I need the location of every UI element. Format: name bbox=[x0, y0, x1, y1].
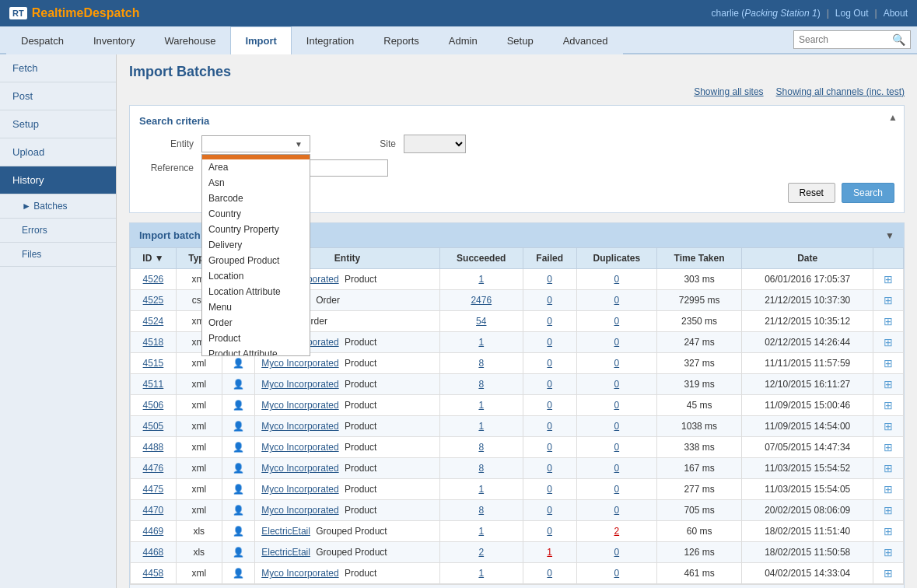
sidebar-errors[interactable]: Errors bbox=[0, 219, 116, 243]
id-link[interactable]: 4470 bbox=[143, 505, 164, 516]
entity-option-menu[interactable]: Menu bbox=[202, 299, 310, 315]
failed-link[interactable]: 1 bbox=[547, 547, 552, 558]
failed-link[interactable]: 0 bbox=[547, 463, 552, 474]
row-expand-icon[interactable]: ⊞ bbox=[884, 567, 893, 579]
duplicates-link[interactable]: 0 bbox=[614, 358, 619, 369]
failed-link[interactable]: 0 bbox=[547, 526, 552, 537]
succeeded-link[interactable]: 1 bbox=[478, 400, 484, 411]
entity-option-location-attribute[interactable]: Location Attribute bbox=[202, 284, 310, 299]
entity-option-barcode[interactable]: Barcode bbox=[202, 191, 310, 206]
id-link[interactable]: 4476 bbox=[143, 463, 164, 474]
criteria-collapse-icon[interactable]: ▲ bbox=[888, 112, 898, 123]
failed-link[interactable]: 0 bbox=[547, 316, 552, 327]
sidebar-history[interactable]: History bbox=[0, 166, 116, 194]
company-link[interactable]: ElectricEtail bbox=[261, 526, 310, 537]
duplicates-link[interactable]: 0 bbox=[614, 316, 619, 327]
company-link[interactable]: Myco Incorporated bbox=[261, 379, 338, 390]
entity-option-location[interactable]: Location bbox=[202, 268, 310, 284]
nav-despatch[interactable]: Despatch bbox=[6, 26, 79, 54]
search-button[interactable]: Search bbox=[842, 183, 894, 203]
site-select[interactable] bbox=[404, 135, 466, 153]
company-link[interactable]: Myco Incorporated bbox=[261, 421, 338, 432]
failed-link[interactable]: 0 bbox=[547, 379, 552, 390]
failed-link[interactable]: 0 bbox=[547, 400, 552, 411]
duplicates-link[interactable]: 0 bbox=[614, 337, 619, 348]
showing-all-channels-link[interactable]: Showing all channels (inc. test) bbox=[776, 86, 905, 97]
failed-link[interactable]: 0 bbox=[547, 505, 552, 516]
company-link[interactable]: Myco Incorporated bbox=[261, 463, 338, 474]
entity-option-area[interactable]: Area bbox=[202, 159, 310, 175]
company-link[interactable]: Myco Incorporated bbox=[261, 568, 338, 579]
entity-option-order[interactable]: Order bbox=[202, 315, 310, 331]
entity-option-asn[interactable]: Asn bbox=[202, 175, 310, 191]
sidebar-post[interactable]: Post bbox=[0, 82, 116, 110]
id-link[interactable]: 4468 bbox=[143, 547, 164, 558]
user-link[interactable]: charlie (Packing Station 1) bbox=[712, 8, 821, 19]
entity-option-product[interactable]: Product bbox=[202, 331, 310, 346]
entity-dropdown-arrow[interactable]: ▼ bbox=[292, 138, 306, 150]
col-succeeded[interactable]: Succeeded bbox=[439, 248, 523, 269]
col-time-taken[interactable]: Time Taken bbox=[657, 248, 742, 269]
entity-input[interactable] bbox=[202, 136, 292, 152]
id-link[interactable]: 4526 bbox=[143, 274, 164, 285]
entity-option-product-attribute[interactable]: Product Attribute bbox=[202, 346, 310, 356]
company-link[interactable]: Myco Incorporated bbox=[261, 358, 338, 369]
nav-advanced[interactable]: Advanced bbox=[548, 26, 623, 54]
id-link[interactable]: 4505 bbox=[143, 421, 164, 432]
failed-link[interactable]: 0 bbox=[547, 421, 552, 432]
succeeded-link[interactable]: 1 bbox=[478, 421, 484, 432]
failed-link[interactable]: 0 bbox=[547, 568, 552, 579]
duplicates-link[interactable]: 0 bbox=[614, 568, 619, 579]
id-link[interactable]: 4524 bbox=[143, 316, 164, 327]
nav-reports[interactable]: Reports bbox=[369, 26, 434, 54]
succeeded-link[interactable]: 8 bbox=[478, 463, 484, 474]
duplicates-link[interactable]: 0 bbox=[614, 463, 619, 474]
succeeded-link[interactable]: 1 bbox=[478, 274, 484, 285]
duplicates-link[interactable]: 0 bbox=[614, 379, 619, 390]
company-link[interactable]: Myco Incorporated bbox=[261, 505, 338, 516]
row-expand-icon[interactable]: ⊞ bbox=[884, 294, 893, 306]
succeeded-link[interactable]: 8 bbox=[478, 358, 484, 369]
duplicates-link[interactable]: 0 bbox=[614, 505, 619, 516]
row-expand-icon[interactable]: ⊞ bbox=[884, 525, 893, 537]
results-collapse-icon[interactable]: ▼ bbox=[885, 230, 894, 241]
row-expand-icon[interactable]: ⊞ bbox=[884, 315, 893, 327]
id-link[interactable]: 4488 bbox=[143, 442, 164, 453]
nav-setup[interactable]: Setup bbox=[492, 26, 548, 54]
succeeded-link[interactable]: 2476 bbox=[471, 295, 492, 306]
failed-link[interactable]: 0 bbox=[547, 274, 552, 285]
failed-link[interactable]: 0 bbox=[547, 337, 552, 348]
id-link[interactable]: 4518 bbox=[143, 337, 164, 348]
row-expand-icon[interactable]: ⊞ bbox=[884, 504, 893, 516]
reset-button[interactable]: Reset bbox=[788, 183, 835, 203]
col-date[interactable]: Date bbox=[742, 248, 873, 269]
failed-link[interactable]: 0 bbox=[547, 442, 552, 453]
id-link[interactable]: 4515 bbox=[143, 358, 164, 369]
company-link[interactable]: Myco Incorporated bbox=[261, 484, 338, 495]
duplicates-link[interactable]: 0 bbox=[614, 442, 619, 453]
row-expand-icon[interactable]: ⊞ bbox=[884, 483, 893, 495]
nav-search-input[interactable] bbox=[799, 34, 892, 45]
succeeded-link[interactable]: 8 bbox=[478, 442, 484, 453]
failed-link[interactable]: 0 bbox=[547, 358, 552, 369]
id-link[interactable]: 4525 bbox=[143, 295, 164, 306]
duplicates-link[interactable]: 0 bbox=[614, 400, 619, 411]
failed-link[interactable]: 0 bbox=[547, 295, 552, 306]
row-expand-icon[interactable]: ⊞ bbox=[884, 378, 893, 390]
entity-option-grouped-product[interactable]: Grouped Product bbox=[202, 253, 310, 268]
id-link[interactable]: 4511 bbox=[143, 379, 164, 390]
row-expand-icon[interactable]: ⊞ bbox=[884, 399, 893, 411]
duplicates-link[interactable]: 0 bbox=[614, 421, 619, 432]
duplicates-link[interactable]: 0 bbox=[614, 484, 619, 495]
succeeded-link[interactable]: 1 bbox=[478, 568, 484, 579]
row-expand-icon[interactable]: ⊞ bbox=[884, 357, 893, 369]
succeeded-link[interactable]: 1 bbox=[478, 526, 484, 537]
row-expand-icon[interactable]: ⊞ bbox=[884, 273, 893, 285]
nav-integration[interactable]: Integration bbox=[292, 26, 369, 54]
sidebar-batches[interactable]: ► Batches bbox=[0, 194, 116, 219]
duplicates-link[interactable]: 0 bbox=[614, 274, 619, 285]
id-link[interactable]: 4475 bbox=[143, 484, 164, 495]
showing-all-sites-link[interactable]: Showing all sites bbox=[694, 86, 763, 97]
row-expand-icon[interactable]: ⊞ bbox=[884, 336, 893, 348]
id-link[interactable]: 4458 bbox=[143, 568, 164, 579]
